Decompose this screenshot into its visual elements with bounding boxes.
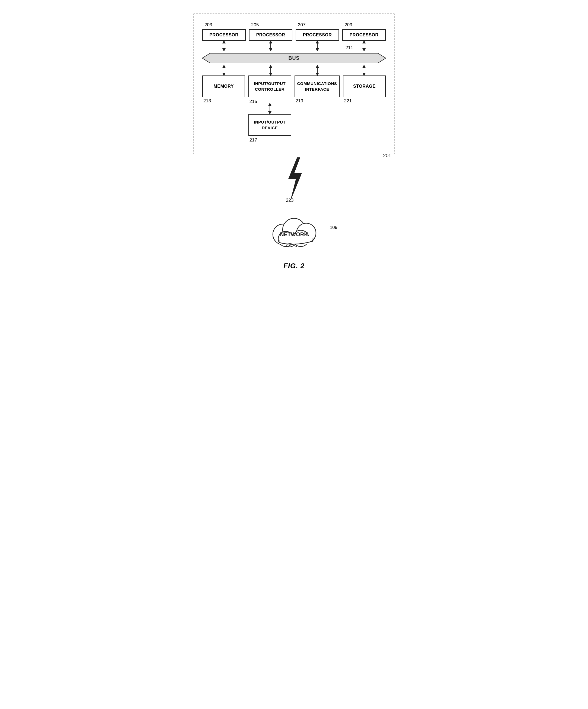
arrow-col-2 (249, 41, 292, 51)
bidir-arrow-bus-1 (221, 65, 227, 76)
processor-box-4-col: PROCESSOR (342, 29, 386, 41)
proc-col-4: 209 (342, 22, 386, 29)
ref-201: 201 (383, 153, 391, 159)
bus-arrow-col-2 (249, 65, 292, 76)
io-controller-box: INPUT/OUTPUTCONTROLLER (248, 76, 291, 97)
ref-221: 221 (344, 98, 352, 104)
ref-109: 109 (330, 225, 338, 230)
ref-203: 203 (205, 22, 212, 28)
network-section: NETWORK 109 (193, 209, 395, 252)
bus-arrow-col-3 (296, 65, 339, 76)
bidir-arrow-4 (361, 41, 367, 51)
processor-refs-row: 203 205 207 209 (202, 22, 386, 29)
lightning-section: 223 (193, 157, 395, 203)
network-cloud-container: NETWORK 109 (259, 209, 329, 252)
io-controller-col: INPUT/OUTPUTCONTROLLER 215 (248, 76, 291, 143)
page-container: 203 205 207 209 PROCESSOR PROCESSOR PROC… (188, 5, 400, 281)
comms-interface-box: COMMUNICATIONSINTERFACE (295, 76, 340, 97)
bus-svg (202, 51, 386, 65)
proc-col-1: 203 (202, 22, 246, 29)
ref-223: 223 (286, 198, 293, 203)
bus-arrow-col-4 (342, 65, 386, 76)
ref-207: 207 (298, 22, 305, 28)
memory-col: MEMORY 213 (202, 76, 245, 143)
lightning-bolt-svg (280, 157, 308, 201)
svg-text:NETWORK: NETWORK (280, 231, 308, 237)
io-down-arrow (267, 103, 272, 114)
figure-caption: FIG. 2 (193, 262, 395, 270)
ref-205: 205 (251, 22, 259, 28)
bus-arrow: BUS (202, 51, 386, 65)
network-cloud-svg: NETWORK (259, 209, 329, 249)
processor-box-2-col: PROCESSOR (249, 29, 292, 41)
arrow-col-3 (296, 41, 339, 51)
io-device-box: INPUT/OUTPUTDEVICE (248, 114, 291, 136)
bidir-arrow-2 (268, 41, 273, 51)
processor-box-4: PROCESSOR (342, 29, 386, 41)
ref-213: 213 (203, 98, 211, 104)
bus-arrow-col-1 (202, 65, 246, 76)
ref-217: 217 (249, 137, 257, 143)
proc-to-bus-arrows (202, 41, 386, 51)
bidir-arrow-bus-4 (361, 65, 367, 76)
memory-box: MEMORY (202, 76, 245, 97)
processor-box-2: PROCESSOR (249, 29, 292, 41)
processor-box-1: PROCESSOR (202, 29, 246, 41)
processor-box-3: PROCESSOR (296, 29, 339, 41)
bidir-arrow-bus-3 (315, 65, 320, 76)
ref-215: 215 (249, 99, 257, 104)
ref-211: 211 (346, 45, 353, 51)
bus-row: 211 BUS (202, 51, 386, 65)
processors-row: PROCESSOR PROCESSOR PROCESSOR PROCESSOR (202, 29, 386, 41)
bidir-arrow-bus-2 (268, 65, 273, 76)
svg-marker-4 (202, 53, 386, 63)
main-diagram-box: 203 205 207 209 PROCESSOR PROCESSOR PROC… (193, 14, 395, 154)
proc-col-3: 207 (296, 22, 339, 29)
proc-col-2: 205 (249, 22, 292, 29)
storage-box: STORAGE (343, 76, 386, 97)
components-row: MEMORY 213 INPUT/OUTPUTCONTROLLER 215 (202, 76, 386, 143)
ref-209: 209 (345, 22, 352, 28)
processor-box-3-col: PROCESSOR (296, 29, 339, 41)
bidir-arrow-3 (315, 41, 320, 51)
bidir-arrow-1 (221, 41, 227, 51)
processor-box-1-col: PROCESSOR (202, 29, 246, 41)
comms-col: COMMUNICATIONSINTERFACE 219 (295, 76, 340, 143)
arrow-col-1 (202, 41, 246, 51)
ref-219: 219 (296, 98, 303, 104)
svg-marker-10 (289, 157, 302, 200)
storage-col: STORAGE 221 (343, 76, 386, 143)
bus-to-comp-arrows (202, 65, 386, 76)
